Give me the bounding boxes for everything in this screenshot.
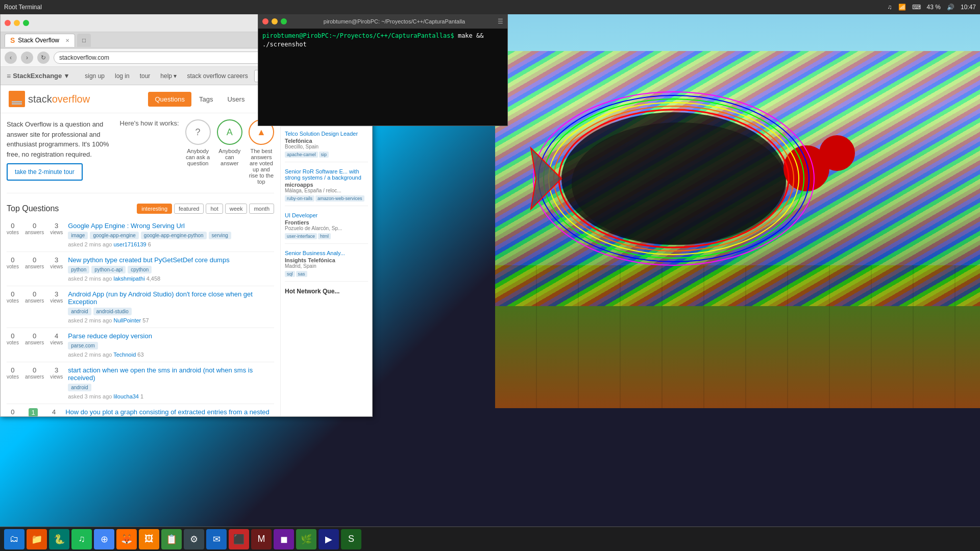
terminal2-icon[interactable]: ▶ xyxy=(318,529,339,549)
terminal-body[interactable]: pirobtumen@PirobPC:~/Proyectos/C++/Captu… xyxy=(258,29,507,126)
careers-link[interactable]: stack overflow careers xyxy=(183,72,252,80)
hamburger-icon[interactable]: ≡ xyxy=(7,72,11,80)
so-tab-users[interactable]: Users xyxy=(220,92,251,107)
browser-icon[interactable]: 🦊 xyxy=(116,529,137,549)
browser-close-button[interactable] xyxy=(5,20,11,26)
browser-minimize-button[interactable] xyxy=(14,20,20,26)
files2-icon[interactable]: 📋 xyxy=(161,529,182,549)
question-title[interactable]: Android App (run by Android Studio) don'… xyxy=(68,290,274,306)
forward-button[interactable]: › xyxy=(21,52,33,64)
answers-stat: 1 answer xyxy=(25,408,41,416)
so-logo[interactable]: stackoverflow xyxy=(9,91,90,107)
reload-button[interactable]: ↻ xyxy=(37,52,50,64)
terminal-window[interactable]: pirobtumen@PirobPC: ~/Proyectos/C++/Capt… xyxy=(258,14,508,126)
question-user[interactable]: Technoid xyxy=(113,352,136,358)
leaf-icon[interactable]: 🌿 xyxy=(296,529,316,549)
tag[interactable]: python-c-api xyxy=(91,266,126,273)
job-card: Senior Business Analy... Insights Telefó… xyxy=(285,250,368,282)
maroon-icon[interactable]: M xyxy=(251,529,272,549)
terminal-menu-icon[interactable]: ☰ xyxy=(498,18,503,25)
question-tags: imagegoogle-app-enginegoogle-app-engine-… xyxy=(68,232,274,239)
job-tag[interactable]: amazon-web-services xyxy=(315,195,364,202)
filter-month[interactable]: month xyxy=(249,204,274,214)
browser-tab-stackoverflow[interactable]: S Stack Overflow ✕ xyxy=(5,34,75,47)
so-tab-questions[interactable]: Questions xyxy=(148,92,191,107)
tag[interactable]: google-app-engine-python xyxy=(141,232,207,239)
spotify-icon[interactable]: ♫ xyxy=(71,529,92,549)
question-user[interactable]: NullPointer xyxy=(113,317,141,323)
terminal-maximize-button[interactable] xyxy=(281,18,287,24)
user-rep: 1 xyxy=(140,393,143,399)
tag[interactable]: cpython xyxy=(128,266,152,273)
so-icon[interactable]: S xyxy=(341,529,361,549)
question-title[interactable]: Parse reduce deploy version xyxy=(68,332,274,340)
tag[interactable]: parse.com xyxy=(68,342,98,349)
votes-stat: 0 votes xyxy=(7,332,19,345)
job-title[interactable]: UI Developer xyxy=(285,212,368,218)
tag[interactable]: serving xyxy=(209,232,231,239)
intro-description: Stack Overflow is a question and answer … xyxy=(7,119,110,159)
filter-week[interactable]: week xyxy=(225,204,248,214)
snake-icon[interactable]: 🐍 xyxy=(49,529,69,549)
settings-icon[interactable]: ⚙ xyxy=(184,529,204,549)
image-icon[interactable]: 🖼 xyxy=(139,529,159,549)
question-filters: interesting featured hot week month xyxy=(137,204,274,214)
files-icon[interactable]: 🗂 xyxy=(4,529,24,549)
question-body: start action when we open the sms in and… xyxy=(68,366,274,399)
question-title[interactable]: New python type created but PyGetSetDef … xyxy=(68,256,274,264)
job-tag[interactable]: apache-camel xyxy=(285,152,318,158)
question-user[interactable]: user1716139 xyxy=(113,241,146,247)
job-title[interactable]: Senior Business Analy... xyxy=(285,250,368,256)
filter-featured[interactable]: featured xyxy=(174,204,204,214)
job-tags: user-interfacehtml xyxy=(285,233,368,239)
tag[interactable]: android xyxy=(68,308,91,315)
votes-stat: 0 votes xyxy=(7,366,19,380)
browser-maximize-button[interactable] xyxy=(23,20,29,26)
job-tag[interactable]: sas xyxy=(296,271,307,277)
step-vote: ▲ The best answers are voted up and rise… xyxy=(249,119,274,185)
tour-link[interactable]: tour xyxy=(136,72,155,80)
question-title[interactable]: How do you plot a graph consisting of ex… xyxy=(65,408,274,416)
tag[interactable]: android-studio xyxy=(93,308,132,315)
filter-interesting[interactable]: interesting xyxy=(137,204,172,214)
so-brand[interactable]: StackExchange ▾ xyxy=(13,72,68,80)
filter-hot[interactable]: hot xyxy=(206,204,223,214)
tag[interactable]: image xyxy=(68,232,88,239)
mail-icon[interactable]: ✉ xyxy=(206,529,227,549)
terminal-close-button[interactable] xyxy=(262,18,268,24)
job-title[interactable]: Senior RoR Software E... with strong sys… xyxy=(285,168,368,181)
question-user[interactable]: liloucha34 xyxy=(113,393,139,399)
so-tab-tags[interactable]: Tags xyxy=(192,92,219,107)
user-rep: 57 xyxy=(142,317,149,323)
question-title[interactable]: start action when we open the sms in and… xyxy=(68,366,274,382)
question-user[interactable]: lakshmipathi xyxy=(113,276,144,282)
browser-tab-new[interactable]: □ xyxy=(77,34,91,47)
job-tag[interactable]: html xyxy=(318,233,331,239)
job-title[interactable]: Telco Solution Design Leader xyxy=(285,131,368,137)
take-tour-button[interactable]: take the 2-minute tour xyxy=(7,163,83,181)
vm-icon[interactable]: ⬛ xyxy=(229,529,249,549)
job-tag[interactable]: sql xyxy=(285,271,295,277)
votes-count: 0 xyxy=(11,408,14,416)
cube-icon[interactable]: ◼ xyxy=(274,529,294,549)
question-title[interactable]: Google App Engine : Wrong Serving Url xyxy=(68,222,274,230)
job-tag[interactable]: user-interface xyxy=(285,233,317,239)
back-button[interactable]: ‹ xyxy=(5,52,17,64)
answers-stat: 0 answers xyxy=(25,332,44,345)
terminal-minimize-button[interactable] xyxy=(272,18,278,24)
question-stats: 0 votes 0 answers 4 views xyxy=(7,332,63,345)
job-tag[interactable]: sip xyxy=(319,152,329,158)
signup-link[interactable]: sign up xyxy=(81,72,109,80)
tag[interactable]: python xyxy=(68,266,89,273)
tab-close-icon[interactable]: ✕ xyxy=(65,38,69,43)
answers-stat: 0 answers xyxy=(25,366,44,380)
folder-icon[interactable]: 📁 xyxy=(27,529,47,549)
login-link[interactable]: log in xyxy=(111,72,134,80)
tag[interactable]: android xyxy=(68,384,91,391)
job-tag[interactable]: ruby-on-rails xyxy=(285,195,314,202)
user-rep: 4,458 xyxy=(146,276,161,282)
chrome-icon[interactable]: ⊕ xyxy=(94,529,114,549)
tag[interactable]: google-app-engine xyxy=(90,232,138,239)
help-link[interactable]: help ▾ xyxy=(156,72,181,80)
how-it-works-section: Stack Overflow is a question and answer … xyxy=(7,119,274,193)
